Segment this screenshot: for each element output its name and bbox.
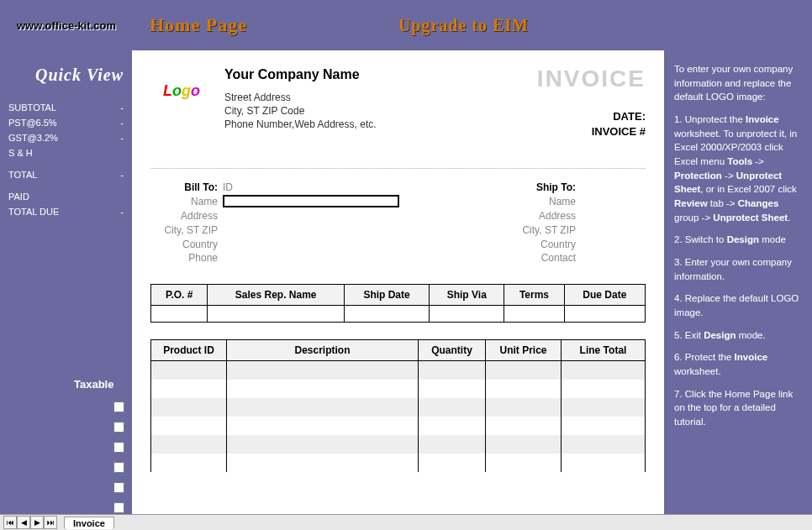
invoice-title: INVOICE (537, 66, 646, 92)
main-area: Quick View SUBTOTAL- PST@6.5%- GST@3.2%-… (0, 50, 812, 514)
qv-label: SUBTOTAL (8, 102, 56, 113)
bill-to-field: Name (150, 195, 218, 209)
qv-value: - (120, 133, 124, 143)
company-contact: Phone Number,Web Address, etc. (224, 118, 377, 131)
bill-to-field: ID (223, 181, 233, 195)
instruction-intro: To enter your own company information an… (674, 62, 804, 104)
taxable-checkbox[interactable] (113, 482, 124, 493)
header-bar: www.office-kit.com Home Page Upgrade to … (0, 0, 812, 50)
sheet-tab-bar: ⏮ ◀ ▶ ⏭ Invoice (0, 514, 812, 530)
po-header: Due Date (564, 285, 645, 306)
ship-to-title: Ship To: (509, 181, 576, 195)
qv-label: PAID (8, 192, 29, 202)
logo-image: Logo (150, 66, 213, 116)
po-header: P.O. # (151, 285, 208, 306)
po-cell[interactable] (151, 306, 208, 323)
items-table: Product ID Description Quantity Unit Pri… (150, 339, 646, 472)
company-name: Your Company Name (224, 67, 377, 82)
taxable-checkbox[interactable] (113, 401, 124, 412)
taxable-checkbox[interactable] (113, 502, 124, 513)
company-info: Your Company Name Street Address City, S… (224, 66, 377, 139)
taxable-checkbox[interactable] (113, 462, 124, 473)
bill-to-field: Address (150, 209, 218, 223)
company-citystzip: City, ST ZIP Code (224, 104, 377, 118)
po-header: Sales Rep. Name (208, 285, 345, 306)
taxable-label: Taxable (74, 378, 113, 391)
item-header: Quantity (419, 340, 486, 361)
instruction-step: 2. Switch to Design mode (674, 233, 804, 247)
taxable-checkbox[interactable] (113, 422, 124, 433)
item-header: Product ID (151, 340, 227, 361)
table-row (151, 417, 646, 435)
instructions-panel: To enter your own company information an… (664, 50, 812, 514)
table-row (151, 380, 646, 398)
ship-to-field: Address (509, 209, 576, 223)
table-row (151, 361, 646, 380)
qv-value: - (120, 207, 124, 217)
table-row (151, 435, 646, 454)
taxable-checkbox[interactable] (113, 442, 124, 453)
bill-to-title: Bill To: (150, 181, 218, 195)
bill-to-field: Phone (150, 251, 218, 265)
qv-value: - (120, 170, 124, 180)
po-cell[interactable] (564, 306, 645, 323)
instruction-step: 1. Unprotect the Invoice worksheet. To u… (674, 113, 804, 224)
item-header: Description (227, 340, 419, 361)
quick-view-title: Quick View (8, 66, 124, 85)
date-label: DATE: (537, 109, 646, 124)
qv-value: - (120, 118, 124, 128)
qv-label: TOTAL (8, 170, 37, 180)
instruction-step: 5. Exit Design mode. (674, 328, 804, 343)
po-cell[interactable] (430, 306, 504, 323)
po-header: Terms (504, 285, 564, 306)
bill-to-field: Country (150, 238, 218, 252)
instruction-step: 6. Protect the Invoice worksheet. (674, 350, 804, 378)
home-page-link[interactable]: Home Page (150, 14, 247, 36)
po-cell[interactable] (504, 306, 564, 323)
ship-to-field: Contact (509, 251, 576, 265)
table-row (151, 454, 646, 472)
taxable-checkboxes (113, 401, 124, 513)
qv-label: S & H (8, 148, 33, 158)
tab-nav-first-icon[interactable]: ⏮ (3, 516, 17, 529)
ship-to-block: Ship To: Name Address City, ST ZIP Count… (509, 181, 576, 265)
po-table: P.O. # Sales Rep. Name Ship Date Ship Vi… (150, 284, 646, 323)
company-street: Street Address (224, 91, 377, 104)
qv-label: PST@6.5% (8, 118, 57, 128)
quick-view-sidebar: Quick View SUBTOTAL- PST@6.5%- GST@3.2%-… (0, 50, 132, 514)
bill-to-field: City, ST ZIP (150, 223, 218, 238)
qv-label: GST@3.2% (8, 133, 58, 143)
tab-nav-next-icon[interactable]: ▶ (30, 516, 44, 529)
ship-to-field: Name (509, 195, 576, 209)
upgrade-link[interactable]: Upgrade to EIM (398, 16, 529, 35)
ship-to-field: City, ST ZIP (509, 223, 576, 238)
po-header: Ship Date (344, 285, 429, 306)
tab-nav-last-icon[interactable]: ⏭ (44, 516, 57, 529)
bill-to-name-input[interactable] (223, 195, 399, 207)
qv-value: - (120, 102, 124, 113)
table-row (151, 398, 646, 417)
item-header: Unit Price (486, 340, 562, 361)
po-cell[interactable] (344, 306, 429, 323)
sheet-tab-invoice[interactable]: Invoice (64, 517, 114, 529)
instruction-step: 4. Replace the default LOGO image. (674, 291, 804, 319)
qv-label: TOTAL DUE (8, 207, 59, 217)
tab-nav-prev-icon[interactable]: ◀ (17, 516, 30, 529)
instruction-step: 3. Enter your own company information. (674, 255, 804, 283)
po-cell[interactable] (208, 306, 345, 323)
bill-to-block: Bill To:ID Name Address City, ST ZIP Cou… (150, 181, 399, 265)
invoice-num-label: INVOICE # (537, 124, 646, 139)
invoice-document: Logo Your Company Name Street Address Ci… (132, 50, 664, 514)
site-url[interactable]: www.office-kit.com (17, 19, 116, 32)
ship-to-field: Country (509, 238, 576, 252)
po-header: Ship Via (430, 285, 504, 306)
instruction-step: 7. Click the Home Page link on the top f… (674, 387, 804, 429)
item-header: Line Total (562, 340, 646, 361)
